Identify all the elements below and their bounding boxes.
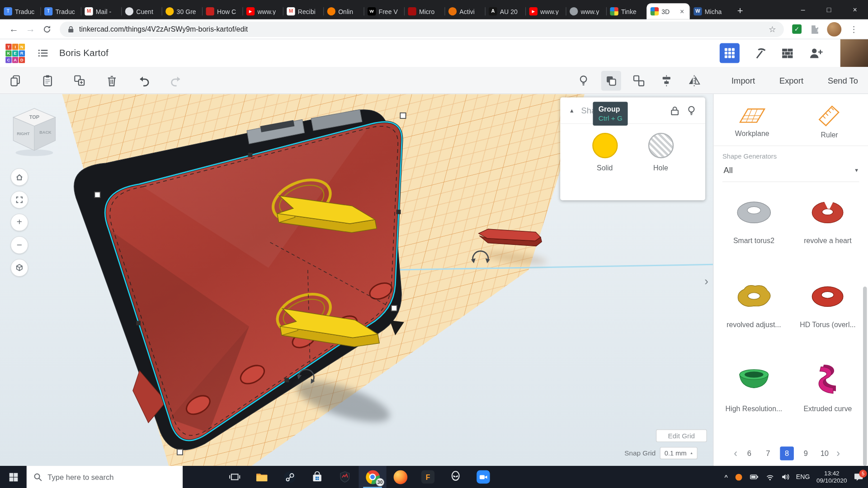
group-button[interactable]: [601, 70, 621, 90]
fit-view-button[interactable]: [10, 191, 28, 208]
minecraft-export-button[interactable]: [753, 46, 767, 61]
start-button[interactable]: [0, 466, 27, 488]
page-number[interactable]: 6: [742, 446, 756, 460]
browser-tab[interactable]: 30 Gre ×: [162, 3, 202, 19]
browser-tab[interactable]: Activi ×: [444, 3, 485, 19]
dashboard-grid-button[interactable]: [720, 43, 740, 63]
pager-next-icon[interactable]: ›: [836, 448, 840, 459]
shape-item[interactable]: revolved adjust...: [717, 271, 791, 355]
page-number[interactable]: 9: [799, 446, 813, 460]
import-button[interactable]: Import: [731, 76, 755, 85]
browser-tab[interactable]: ▶ www.y ×: [242, 3, 283, 19]
wifi-icon[interactable]: [765, 473, 774, 481]
browser-tab[interactable]: M Recibi ×: [283, 3, 323, 19]
browser-tab[interactable]: T Traduc ×: [0, 3, 40, 19]
window-minimize-button[interactable]: –: [790, 0, 816, 19]
browser-tab[interactable]: 3D ×: [646, 3, 690, 19]
forward-button[interactable]: →: [22, 21, 39, 38]
browser-tab[interactable]: Tinke ×: [606, 3, 646, 19]
copy-button[interactable]: [5, 70, 25, 90]
shape-item[interactable]: Extruded curve: [791, 355, 864, 439]
steam-button[interactable]: [276, 466, 303, 488]
export-button[interactable]: Export: [779, 76, 803, 85]
tab-close-icon[interactable]: ×: [678, 8, 686, 15]
browser-tab[interactable]: Cuent ×: [121, 3, 161, 19]
shape-item[interactable]: revolve a heart: [791, 187, 864, 271]
inspector-collapse-icon[interactable]: ▲: [569, 108, 575, 113]
home-view-button[interactable]: [10, 168, 28, 186]
new-tab-button[interactable]: +: [732, 3, 748, 18]
tray-expand-icon[interactable]: ^: [724, 474, 728, 480]
mirror-button[interactable]: [684, 70, 704, 90]
delete-button[interactable]: [102, 70, 122, 90]
lock-icon[interactable]: [669, 105, 679, 116]
language-indicator[interactable]: ENG: [796, 474, 810, 480]
browser-tab[interactable]: W Micha ×: [690, 3, 730, 19]
refresh-button[interactable]: [39, 21, 56, 38]
shape-item[interactable]: HD Torus (overl...: [791, 271, 864, 355]
design-title[interactable]: Boris Kartof: [59, 47, 108, 58]
design-menu-button[interactable]: [36, 46, 51, 61]
browser-tab[interactable]: Onlin ×: [323, 3, 363, 19]
fusion-app-button[interactable]: F: [414, 466, 442, 488]
perspective-toggle-button[interactable]: [10, 259, 28, 277]
battery-icon[interactable]: [750, 473, 759, 482]
visibility-bulb-icon[interactable]: [686, 105, 696, 116]
browser-tab[interactable]: A AU 20 ×: [485, 3, 525, 19]
taskbar-search-input[interactable]: Type here to search: [27, 466, 183, 488]
taskbar-clock[interactable]: 13:42 09/10/2020: [816, 470, 847, 484]
browser-tab[interactable]: www.y ×: [566, 3, 606, 19]
task-view-button[interactable]: [222, 466, 248, 488]
ruler-tool[interactable]: Ruler: [791, 94, 868, 145]
zoom-button[interactable]: [469, 466, 497, 488]
browser-tab[interactable]: W Free V ×: [363, 3, 404, 19]
microsoft-store-button[interactable]: [303, 466, 331, 488]
window-maximize-button[interactable]: □: [816, 0, 842, 19]
solid-option[interactable]: Solid: [592, 133, 618, 172]
pager-prev-icon[interactable]: ‹: [734, 448, 737, 459]
shape-item[interactable]: Smart torus2: [717, 187, 791, 271]
brick-export-button[interactable]: [781, 46, 795, 61]
solid-swatch[interactable]: [592, 133, 618, 158]
extensions-puzzle-icon[interactable]: [809, 24, 819, 34]
onedrive-icon[interactable]: [735, 473, 743, 481]
paste-button[interactable]: [38, 70, 57, 90]
workplane-tool[interactable]: Workplane: [713, 94, 791, 145]
file-explorer-button[interactable]: [248, 466, 276, 488]
panel-scrollbar[interactable]: [863, 286, 867, 466]
hole-swatch[interactable]: [648, 133, 673, 158]
generators-filter-dropdown[interactable]: All ▾: [722, 160, 859, 182]
hole-option[interactable]: Hole: [648, 133, 673, 172]
zoom-in-button[interactable]: +: [10, 214, 28, 231]
volume-icon[interactable]: [781, 473, 789, 482]
zoom-out-button[interactable]: −: [10, 236, 28, 254]
browser-tab[interactable]: T Traduc ×: [40, 3, 80, 19]
view-cube[interactable]: TOP RIGHT BACK: [8, 103, 63, 157]
invite-collaborator-button[interactable]: [808, 46, 824, 61]
back-button[interactable]: ←: [5, 21, 22, 38]
user-avatar[interactable]: [840, 39, 868, 67]
page-number[interactable]: 8: [780, 446, 794, 460]
extension-check-icon[interactable]: ✓: [792, 24, 802, 34]
browser-tab[interactable]: ▶ www.y ×: [525, 3, 566, 19]
browser-tab[interactable]: Micro ×: [404, 3, 444, 19]
undo-button[interactable]: [134, 70, 154, 90]
duplicate-button[interactable]: [70, 70, 90, 90]
action-center-button[interactable]: 5: [854, 472, 863, 482]
page-number[interactable]: 10: [818, 446, 832, 460]
edit-grid-button[interactable]: Edit Grid: [656, 429, 707, 442]
alienware-button[interactable]: [442, 466, 469, 488]
show-all-button[interactable]: [574, 70, 594, 90]
snap-grid-select[interactable]: 0.1 mm ▲: [660, 447, 698, 459]
redo-button[interactable]: [166, 70, 186, 90]
window-close-button[interactable]: ×: [842, 0, 868, 19]
bookmark-star-icon[interactable]: ☆: [769, 24, 776, 34]
dragon-center-button[interactable]: [331, 466, 359, 488]
page-number[interactable]: 7: [761, 446, 775, 460]
align-button[interactable]: [656, 70, 676, 90]
send-to-button[interactable]: Send To: [828, 76, 858, 85]
tinkercad-logo[interactable]: TINKERCAD: [5, 43, 25, 63]
browser-tab[interactable]: M Mail - ×: [81, 3, 121, 19]
browser-menu-icon[interactable]: ⋮: [850, 24, 858, 34]
chrome-button[interactable]: 30: [359, 466, 386, 488]
